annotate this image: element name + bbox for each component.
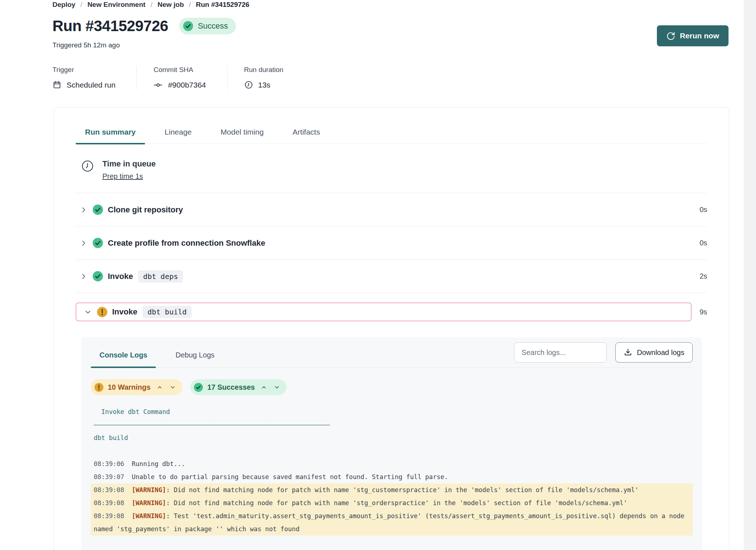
meta-trigger-value: Scheduled run: [67, 81, 115, 89]
log-timestamp: 08:39:06: [94, 460, 124, 468]
log-warning-tag: [WARNING]: [132, 512, 166, 520]
step-label: Invoke: [112, 307, 137, 317]
breadcrumb-separator: /: [189, 1, 191, 9]
log-timestamp: 08:39:07: [94, 473, 124, 481]
download-logs-label: Download logs: [637, 348, 684, 357]
success-circle-icon: [92, 204, 103, 215]
log-line: 08:39:07Unable to do partial parsing bec…: [91, 470, 693, 483]
step-invoke-dbt-build[interactable]: Invoke dbt build 9s: [76, 293, 707, 321]
calendar-icon: [52, 80, 61, 89]
run-summary-card: Run summary Lineage Model timing Artifac…: [54, 107, 729, 550]
step-clone-git-repository[interactable]: Clone git repository 0s: [76, 193, 707, 227]
log-lines: Invoke dbt Command——————————————————————…: [91, 405, 693, 536]
check-circle-icon: [183, 21, 194, 31]
successes-badge-label: 17 Successes: [207, 383, 255, 392]
step-invoke-dbt-build-box[interactable]: Invoke dbt build: [76, 302, 692, 321]
log-message: Unable to do partial parsing because sav…: [132, 473, 448, 481]
log-timestamp: 08:39:08: [94, 486, 124, 494]
log-message: : Test 'test.admin_maturity.assert_stg_p…: [94, 512, 688, 533]
tab-console-logs[interactable]: Console Logs: [91, 351, 156, 367]
successes-next-button[interactable]: [273, 384, 281, 391]
breadcrumb-deploy[interactable]: Deploy: [52, 1, 75, 9]
meta-duration-value: 13s: [258, 81, 271, 89]
console-log-panel: Console Logs Debug Logs Download logs 10…: [81, 337, 702, 550]
refresh-icon: [666, 31, 675, 41]
tab-model-timing[interactable]: Model timing: [211, 128, 273, 144]
chevron-down-icon[interactable]: [84, 308, 97, 316]
log-line: [91, 444, 693, 457]
log-line: Invoke dbt Command: [91, 405, 693, 418]
tab-artifacts[interactable]: Artifacts: [283, 128, 330, 144]
warnings-next-button[interactable]: [169, 384, 177, 391]
chevron-right-icon[interactable]: [80, 273, 92, 280]
tab-debug-logs[interactable]: Debug Logs: [167, 351, 223, 367]
log-message: Running dbt...: [132, 460, 185, 468]
log-line: dbt build: [91, 431, 693, 444]
log-timestamp: 08:39:08: [94, 499, 124, 507]
prep-time-link[interactable]: Prep time 1s: [102, 172, 143, 181]
meta-commit: Commit SHA #900b7364: [153, 66, 227, 90]
queue-clock-icon: [81, 159, 94, 181]
breadcrumb-environment[interactable]: New Environment: [88, 1, 145, 9]
log-warning-tag: [WARNING]: [132, 499, 166, 507]
status-badge: Success: [179, 18, 236, 34]
log-line: 08:39:08[WARNING]: Did not find matching…: [91, 496, 693, 509]
step-create-profile[interactable]: Create profile from connection Snowflake…: [76, 227, 707, 260]
success-circle-icon: [92, 271, 103, 282]
clock-icon: [244, 80, 253, 89]
warnings-badge: 10 Warnings: [91, 379, 182, 395]
chevron-right-icon[interactable]: [80, 240, 92, 247]
download-logs-button[interactable]: Download logs: [615, 342, 693, 363]
log-message: : Did not find matching node for patch w…: [166, 486, 638, 494]
log-line: 08:39:08[WARNING]: Did not find matching…: [91, 483, 693, 496]
successes-prev-button[interactable]: [260, 384, 268, 391]
warning-circle-icon: [97, 306, 108, 318]
page-title: Run #341529726: [52, 17, 168, 35]
step-label: Invoke: [108, 272, 133, 281]
check-circle-icon: [194, 382, 203, 392]
log-line: 08:39:06Running dbt...: [91, 457, 693, 470]
step-duration: 0s: [700, 206, 707, 214]
status-badge-label: Success: [198, 21, 228, 31]
breadcrumb-separator: /: [150, 1, 152, 9]
meta-duration-label: Run duration: [244, 66, 284, 74]
log-message: : Did not find matching node for patch w…: [166, 499, 627, 507]
commit-icon: [153, 80, 163, 90]
meta-duration: Run duration 13s: [244, 66, 305, 90]
step-command-chip: dbt deps: [138, 270, 183, 283]
warnings-prev-button[interactable]: [156, 384, 163, 391]
tab-lineage[interactable]: Lineage: [155, 128, 201, 144]
meta-commit-value: #900b7364: [168, 81, 206, 89]
step-duration: 9s: [700, 308, 707, 316]
meta-commit-label: Commit SHA: [153, 66, 206, 74]
tab-run-summary[interactable]: Run summary: [76, 128, 145, 144]
step-duration: 2s: [700, 272, 707, 280]
rerun-now-button[interactable]: Rerun now: [657, 25, 729, 46]
step-duration: 0s: [700, 239, 707, 247]
meta-trigger: Trigger Scheduled run: [52, 66, 137, 90]
warnings-badge-label: 10 Warnings: [108, 383, 150, 392]
breadcrumb-job[interactable]: New job: [157, 1, 184, 9]
search-logs-input[interactable]: [514, 342, 607, 363]
successes-badge: 17 Successes: [190, 379, 286, 395]
log-message: ————————————————————————————————————————…: [94, 421, 330, 428]
run-metadata: Trigger Scheduled run Commit SHA #900b73…: [52, 66, 727, 90]
step-invoke-dbt-deps[interactable]: Invoke dbt deps 2s: [76, 260, 707, 293]
log-line: ————————————————————————————————————————…: [91, 418, 693, 431]
log-timestamp: 08:39:08: [94, 512, 124, 520]
triggered-time: Triggered 5h 12m ago: [52, 41, 727, 49]
breadcrumb-run: Run #341529726: [196, 1, 250, 9]
log-warning-tag: [WARNING]: [132, 486, 166, 494]
breadcrumb-separator: /: [80, 1, 82, 9]
time-in-queue-title: Time in queue: [102, 159, 156, 169]
run-tabs: Run summary Lineage Model timing Artifac…: [76, 128, 707, 144]
time-in-queue-section: Time in queue Prep time 1s: [76, 144, 707, 193]
rerun-now-label: Rerun now: [680, 31, 719, 40]
download-icon: [624, 348, 632, 357]
chevron-right-icon[interactable]: [80, 206, 92, 213]
log-message: dbt build: [94, 434, 128, 441]
run-header: Deploy / New Environment / New job / Run…: [0, 0, 756, 90]
log-line: 08:39:08[WARNING]: Test 'test.admin_matu…: [91, 509, 693, 536]
breadcrumb: Deploy / New Environment / New job / Run…: [52, 1, 727, 9]
step-label: Clone git repository: [108, 205, 183, 215]
